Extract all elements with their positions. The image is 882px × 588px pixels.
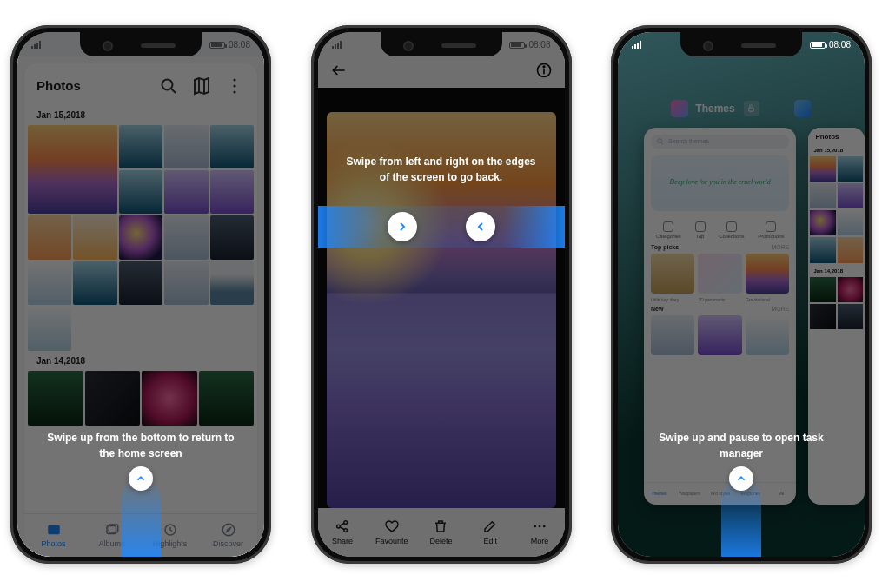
photo-thumb[interactable] bbox=[210, 261, 254, 305]
svg-line-17 bbox=[340, 523, 344, 525]
photo-thumb[interactable] bbox=[164, 125, 208, 168]
theme-thumb[interactable] bbox=[746, 254, 789, 294]
photo-thumb[interactable] bbox=[164, 261, 208, 305]
category-item[interactable]: Collections bbox=[719, 221, 744, 239]
photo-thumb[interactable] bbox=[119, 170, 162, 214]
category-label: Top bbox=[696, 234, 705, 239]
section-label: Top picks bbox=[651, 244, 679, 250]
photo-thumb[interactable] bbox=[142, 371, 197, 426]
mini-tab[interactable]: Wallpapers bbox=[674, 483, 705, 505]
signal-icon bbox=[31, 41, 41, 49]
battery-icon bbox=[810, 42, 826, 49]
status-time: 08:08 bbox=[829, 40, 851, 50]
tab-label: Discover bbox=[213, 539, 243, 548]
category-label: Categories bbox=[656, 234, 681, 239]
svg-point-23 bbox=[658, 138, 662, 142]
photo-thumb[interactable] bbox=[164, 215, 208, 259]
photo-thumb[interactable] bbox=[119, 261, 162, 305]
signal-icon bbox=[332, 41, 342, 49]
mini-tab-label: Wallpapers bbox=[679, 491, 700, 496]
photo-thumb[interactable] bbox=[28, 307, 71, 350]
photo-thumb[interactable] bbox=[119, 125, 162, 168]
section-label: New bbox=[651, 306, 663, 312]
chevron-up-icon bbox=[729, 466, 753, 491]
photo-thumb[interactable] bbox=[119, 215, 162, 259]
battery-icon bbox=[509, 42, 525, 49]
more-link[interactable]: MORE bbox=[771, 306, 789, 312]
photo-thumb[interactable] bbox=[85, 371, 141, 426]
photo-thumb[interactable] bbox=[28, 215, 71, 259]
page-title: Photos bbox=[36, 78, 146, 93]
share-button[interactable]: Share bbox=[318, 508, 368, 557]
mini-tab-label: Me bbox=[778, 491, 784, 496]
theme-thumb[interactable] bbox=[746, 315, 789, 355]
notch bbox=[680, 32, 802, 56]
svg-point-19 bbox=[534, 525, 536, 528]
edit-button[interactable]: Edit bbox=[466, 508, 515, 557]
map-icon[interactable] bbox=[191, 76, 212, 96]
more-button[interactable]: More bbox=[515, 508, 565, 557]
promo-banner[interactable]: Deep love for you in the cruel world bbox=[651, 155, 789, 211]
photo-thumb[interactable] bbox=[210, 215, 254, 259]
svg-point-20 bbox=[539, 525, 541, 528]
toolbar-label: Edit bbox=[484, 537, 498, 545]
photo-thumb[interactable] bbox=[210, 125, 254, 168]
photo-thumb[interactable] bbox=[73, 261, 116, 305]
toolbar-label: Share bbox=[332, 537, 353, 545]
chevron-right-icon bbox=[388, 212, 417, 241]
category-item[interactable]: Promotions bbox=[758, 221, 784, 239]
device-phone-3: 08:08 Themes bbox=[611, 25, 872, 564]
delete-button[interactable]: Delete bbox=[416, 508, 466, 557]
search-input[interactable]: Search themes bbox=[651, 135, 789, 149]
status-time: 08:08 bbox=[528, 40, 550, 50]
favourite-button[interactable]: Favourite bbox=[367, 508, 416, 557]
more-vert-icon[interactable] bbox=[224, 76, 245, 96]
category-item[interactable]: Top bbox=[695, 221, 706, 239]
svg-point-4 bbox=[233, 90, 235, 93]
svg-rect-22 bbox=[749, 108, 754, 111]
photo-grid[interactable] bbox=[24, 125, 257, 351]
tab-discover[interactable]: Discover bbox=[199, 514, 257, 557]
svg-line-24 bbox=[661, 142, 663, 144]
themes-bottom-tabs: Themes Wallpapers Text styles Ringtones … bbox=[644, 482, 796, 505]
photo-thumb[interactable] bbox=[199, 371, 255, 426]
theme-thumb[interactable] bbox=[698, 315, 741, 355]
tutorial-tip: Swipe up and pause to open task manager bbox=[642, 430, 839, 461]
mini-tab[interactable]: Me bbox=[766, 483, 796, 505]
tab-photos[interactable]: Photos bbox=[24, 514, 83, 557]
info-icon[interactable] bbox=[535, 62, 553, 83]
task-app-title: Themes bbox=[695, 102, 734, 115]
swipe-up-indicator[interactable] bbox=[721, 479, 761, 557]
theme-thumb[interactable] bbox=[651, 315, 694, 355]
photo-thumb[interactable] bbox=[28, 371, 83, 426]
toolbar-label: More bbox=[531, 537, 549, 545]
category-label: Collections bbox=[719, 234, 744, 239]
theme-thumb[interactable] bbox=[698, 254, 741, 294]
notch bbox=[80, 32, 202, 56]
tutorial-tip: Swipe up from the bottom to return to th… bbox=[42, 430, 239, 461]
category-item[interactable]: Categories bbox=[656, 221, 681, 239]
date-header: Jan 14,2018 bbox=[24, 351, 257, 371]
lock-icon[interactable] bbox=[744, 101, 759, 116]
more-link[interactable]: MORE bbox=[771, 244, 789, 250]
task-header: Themes bbox=[618, 100, 865, 117]
swipe-up-indicator[interactable] bbox=[121, 479, 161, 557]
svg-line-1 bbox=[171, 89, 176, 93]
search-placeholder: Search themes bbox=[668, 138, 709, 144]
mini-tab[interactable]: Themes bbox=[644, 483, 674, 505]
photo-thumb[interactable] bbox=[210, 170, 254, 214]
back-icon[interactable] bbox=[330, 62, 348, 83]
peek-date: Jan 14,2018 bbox=[808, 265, 865, 275]
categories-row: Categories Top Collections Promotions bbox=[644, 218, 796, 241]
viewer-toolbar: Share Favourite Delete Edit bbox=[318, 508, 565, 557]
swipe-edge-indicator[interactable] bbox=[318, 206, 565, 248]
search-icon[interactable] bbox=[158, 76, 179, 96]
photo-grid[interactable] bbox=[24, 371, 257, 426]
toolbar-label: Delete bbox=[429, 537, 452, 545]
photo-thumb[interactable] bbox=[28, 261, 71, 305]
photo-thumb[interactable] bbox=[28, 125, 117, 215]
theme-thumb[interactable] bbox=[651, 254, 694, 294]
photo-thumb[interactable] bbox=[73, 215, 116, 259]
photo-thumb[interactable] bbox=[164, 170, 208, 214]
themes-app-icon bbox=[671, 100, 688, 117]
